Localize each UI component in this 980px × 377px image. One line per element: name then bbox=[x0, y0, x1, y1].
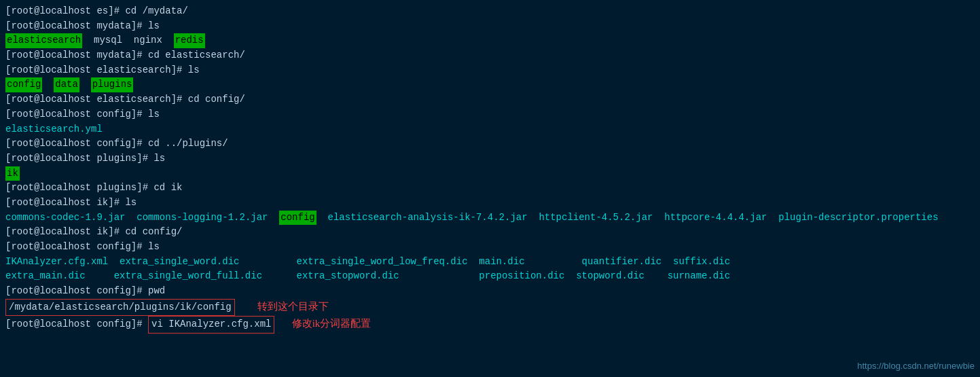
terminal-text-part: /mydata/elasticsearch/plugins/ik/config bbox=[5, 299, 235, 317]
terminal-text-part bbox=[525, 255, 582, 270]
terminal-text-part: surname.dic bbox=[668, 269, 730, 284]
terminal-line: [root@localhost plugins]# cd ik bbox=[5, 181, 975, 196]
terminal-text-part: elasticsearch-analysis-ik-7.4.2.jar bbox=[328, 211, 528, 226]
terminal-text-part bbox=[262, 269, 296, 284]
terminal-text-part: plugin-descriptor.properties bbox=[778, 211, 938, 226]
terminal-text-part: elasticsearch bbox=[5, 33, 82, 48]
terminal-text-part: [root@localhost config]# pwd bbox=[5, 284, 165, 299]
terminal-line: [root@localhost ik]# ls bbox=[5, 196, 975, 211]
terminal-line: IKAnalyzer.cfg.xml extra_single_word.dic… bbox=[5, 255, 975, 270]
terminal-text-part: extra_single_word_low_freq.dic bbox=[297, 255, 468, 270]
terminal-text-part: httpcore-4.4.4.jar bbox=[664, 211, 767, 226]
terminal-text-part: httpclient-4.5.2.jar bbox=[539, 211, 653, 226]
terminal-line: ik bbox=[5, 166, 975, 181]
terminal-text-part bbox=[564, 269, 576, 284]
terminal-text-part: [root@localhost config]# ls bbox=[5, 240, 160, 255]
terminal-text-part bbox=[316, 211, 328, 226]
terminal-text-part bbox=[42, 77, 54, 92]
terminal-text-part: [root@localhost mydata]# ls bbox=[5, 19, 160, 34]
terminal-line: [root@localhost config]# pwd bbox=[5, 284, 975, 299]
terminal-text-part: stopword.dic bbox=[576, 269, 645, 284]
terminal-text-part: [root@localhost mydata]# cd elasticsearc… bbox=[5, 48, 245, 63]
terminal-line: config data plugins bbox=[5, 77, 975, 92]
terminal-text-part: main.dic bbox=[479, 255, 524, 270]
terminal-text-part: preposition.dic bbox=[479, 269, 564, 284]
terminal-text-part: [root@localhost elasticsearch]# ls bbox=[5, 63, 200, 78]
terminal-line: [root@localhost ik]# cd config/ bbox=[5, 225, 975, 240]
terminal-text-part: [root@localhost config]# bbox=[5, 317, 148, 332]
terminal-line: [root@localhost elasticsearch]# ls bbox=[5, 63, 975, 78]
terminal-text-part bbox=[399, 269, 479, 284]
terminal-text-part: vi IKAnalyzer.cfg.xml bbox=[148, 316, 274, 334]
terminal-text-part: extra_stopword.dic bbox=[297, 269, 399, 284]
terminal-text-part: extra_single_word_full.dic bbox=[114, 269, 262, 284]
terminal-text-part: commons-logging-1.2.jar bbox=[137, 211, 268, 226]
terminal-text-part bbox=[274, 317, 291, 332]
terminal-text-part: [root@localhost plugins]# cd ik bbox=[5, 181, 182, 196]
terminal-text-part: 转到这个目录下 bbox=[257, 299, 329, 315]
terminal-text-part: config bbox=[279, 211, 316, 226]
terminal-text-part: [root@localhost ik]# ls bbox=[5, 196, 137, 211]
terminal-line: [root@localhost plugins]# ls bbox=[5, 151, 975, 166]
terminal-text-part: [root@localhost ik]# cd config/ bbox=[5, 225, 182, 240]
terminal-text-part bbox=[239, 255, 296, 270]
terminal-text-part: quantifier.dic bbox=[582, 255, 662, 270]
terminal-line: elasticsearch mysql nginx redis bbox=[5, 33, 975, 48]
terminal-text-part: extra_single_word.dic bbox=[120, 255, 239, 270]
terminal-text-part: [root@localhost plugins]# ls bbox=[5, 151, 165, 166]
terminal-text-part bbox=[86, 269, 114, 284]
terminal-text-part: config bbox=[5, 77, 42, 92]
terminal-text-part: ik bbox=[5, 166, 20, 181]
terminal-line: commons-codec-1.9.jar commons-logging-1.… bbox=[5, 211, 975, 226]
terminal-text-part bbox=[653, 211, 664, 226]
terminal-window: [root@localhost es]# cd /mydata/[root@lo… bbox=[0, 0, 980, 377]
terminal-line: [root@localhost config]# ls bbox=[5, 107, 975, 122]
terminal-line: [root@localhost config]# cd ../plugins/ bbox=[5, 137, 975, 151]
terminal-text-part bbox=[645, 269, 668, 284]
terminal-text-part bbox=[79, 77, 91, 92]
terminal-text-part bbox=[767, 211, 778, 226]
terminal-line: extra_main.dic extra_single_word_full.di… bbox=[5, 269, 975, 284]
watermark: https://blog.csdn.net/runewbie bbox=[857, 359, 975, 373]
terminal-text-part: redis bbox=[174, 33, 205, 48]
terminal-text-part: 修改ik分词器配置 bbox=[292, 316, 371, 331]
terminal-text-part: suffix.dic bbox=[673, 255, 730, 270]
terminal-line: elasticsearch.yml bbox=[5, 122, 975, 137]
terminal-line: /mydata/elasticsearch/plugins/ik/config … bbox=[5, 299, 975, 317]
terminal-text-part bbox=[528, 211, 539, 226]
terminal-text-part: [root@localhost config]# ls bbox=[5, 107, 160, 122]
terminal-text-part: elasticsearch.yml bbox=[5, 122, 103, 137]
terminal-text-part: data bbox=[54, 77, 79, 92]
terminal-text-part bbox=[125, 211, 137, 226]
terminal-text-part bbox=[108, 255, 120, 270]
terminal-text-part: mysql nginx bbox=[82, 33, 173, 48]
terminal-text-part bbox=[468, 255, 479, 270]
terminal-text-part bbox=[235, 300, 258, 315]
terminal-text-part: commons-codec-1.9.jar bbox=[5, 211, 125, 226]
terminal-line: [root@localhost config]# vi IKAnalyzer.c… bbox=[5, 316, 975, 334]
terminal-text-part bbox=[661, 255, 673, 270]
terminal-text-part: [root@localhost elasticsearch]# cd confi… bbox=[5, 92, 245, 107]
terminal-text-part: [root@localhost es]# cd /mydata/ bbox=[5, 4, 188, 19]
terminal-text-part bbox=[268, 211, 279, 226]
terminal-line: [root@localhost config]# ls bbox=[5, 240, 975, 255]
terminal-line: [root@localhost es]# cd /mydata/ bbox=[5, 4, 975, 19]
terminal-line: [root@localhost elasticsearch]# cd confi… bbox=[5, 92, 975, 107]
terminal-text-part: extra_main.dic bbox=[5, 269, 86, 284]
terminal-text-part: IKAnalyzer.cfg.xml bbox=[5, 255, 108, 270]
terminal-text-part: [root@localhost config]# cd ../plugins/ bbox=[5, 137, 228, 151]
terminal-line: [root@localhost mydata]# ls bbox=[5, 19, 975, 34]
terminal-line: [root@localhost mydata]# cd elasticsearc… bbox=[5, 48, 975, 63]
terminal-text-part: plugins bbox=[91, 77, 134, 92]
